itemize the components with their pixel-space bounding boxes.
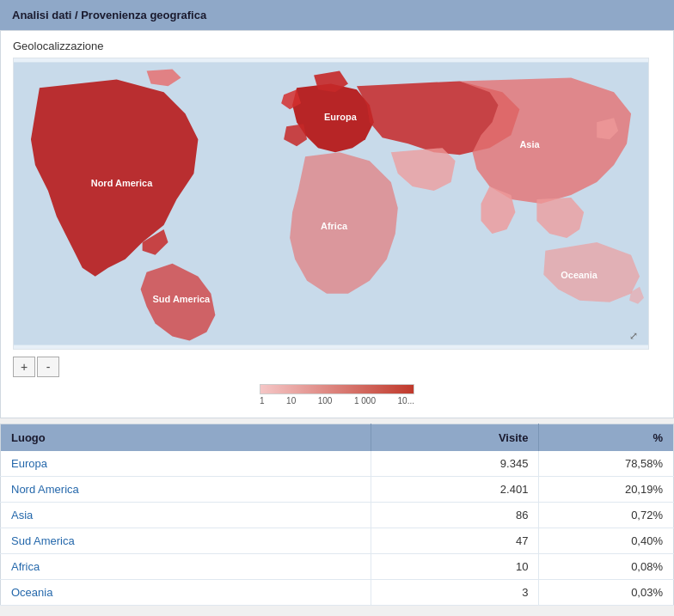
zoom-controls: + - <box>13 357 661 377</box>
cell-pct: 0,08% <box>539 554 674 580</box>
geo-label: Geolocalizzazione <box>13 40 661 52</box>
region-label-asia: Asia <box>519 139 540 149</box>
zoom-out-button[interactable]: - <box>37 357 59 377</box>
table-row: Sud America470,40% <box>1 528 674 554</box>
cell-visite: 2.401 <box>371 477 539 503</box>
region-label-europa: Europa <box>324 112 358 122</box>
cell-visite: 10 <box>371 554 539 580</box>
table-row: Asia860,72% <box>1 503 674 528</box>
fullscreen-icon[interactable]: ⤢ <box>629 330 643 344</box>
cell-visite: 3 <box>371 580 539 606</box>
table-row: Oceania30,03% <box>1 580 674 606</box>
legend-label-1000: 1 000 <box>354 396 376 406</box>
cell-pct: 0,72% <box>539 503 674 528</box>
table-row: Nord America2.40120,19% <box>1 477 674 503</box>
world-map: Nord America Europa Asia Sud America Afr… <box>13 58 649 350</box>
cell-luogo[interactable]: Nord America <box>1 477 371 503</box>
region-label-oceania: Oceania <box>561 270 598 280</box>
legend-label-10k: 10... <box>398 396 414 406</box>
cell-pct: 20,19% <box>539 477 674 503</box>
legend-label-1: 1 <box>260 396 265 406</box>
page-title: Analisi dati / Provenienza geografica <box>12 9 206 21</box>
table-header-row: Luogo Visite % <box>1 424 674 452</box>
cell-luogo[interactable]: Asia <box>1 503 371 528</box>
region-label-nordamerica: Nord America <box>91 178 153 188</box>
page-header: Analisi dati / Provenienza geografica <box>0 0 674 30</box>
map-section: Geolocalizzazione <box>0 30 674 418</box>
cell-luogo[interactable]: Oceania <box>1 580 371 606</box>
legend-label-100: 100 <box>318 396 333 406</box>
table-row: Europa9.34578,58% <box>1 451 674 477</box>
table-row: Africa100,08% <box>1 554 674 580</box>
data-table: Luogo Visite % Europa9.34578,58%Nord Ame… <box>0 424 674 606</box>
cell-pct: 78,58% <box>539 451 674 477</box>
col-header-visite: Visite <box>371 424 539 452</box>
cell-luogo[interactable]: Africa <box>1 554 371 580</box>
col-header-luogo: Luogo <box>1 424 371 452</box>
map-svg: Nord America Europa Asia Sud America Afr… <box>14 58 648 349</box>
zoom-in-button[interactable]: + <box>13 357 35 377</box>
cell-luogo[interactable]: Europa <box>1 451 371 477</box>
legend-labels: 1 10 100 1 000 10... <box>260 396 414 406</box>
legend-label-10: 10 <box>286 396 296 406</box>
region-label-africa: Africa <box>321 221 348 231</box>
cell-visite: 47 <box>371 528 539 554</box>
map-legend: 1 10 100 1 000 10... <box>13 384 661 406</box>
cell-visite: 86 <box>371 503 539 528</box>
col-header-pct: % <box>539 424 674 452</box>
cell-luogo[interactable]: Sud America <box>1 528 371 554</box>
legend-gradient-bar <box>260 384 414 394</box>
region-label-sudamerica: Sud America <box>153 294 211 304</box>
cell-visite: 9.345 <box>371 451 539 477</box>
cell-pct: 0,03% <box>539 580 674 606</box>
cell-pct: 0,40% <box>539 528 674 554</box>
